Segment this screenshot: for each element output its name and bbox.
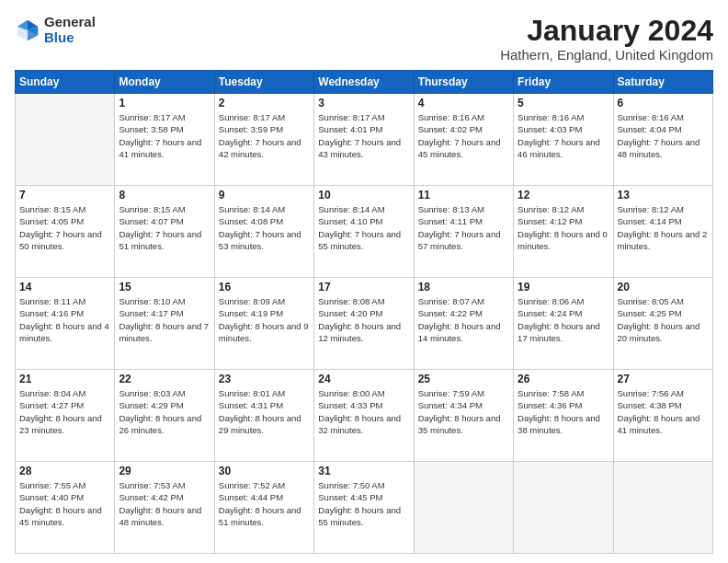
day-info: Sunrise: 8:00 AMSunset: 4:33 PMDaylight:… <box>318 387 409 436</box>
day-info: Sunrise: 8:05 AMSunset: 4:25 PMDaylight:… <box>618 295 709 344</box>
calendar-cell: 11Sunrise: 8:13 AMSunset: 4:11 PMDayligh… <box>414 186 513 278</box>
day-info: Sunrise: 8:14 AMSunset: 4:10 PMDaylight:… <box>318 203 409 252</box>
day-info: Sunrise: 8:14 AMSunset: 4:08 PMDaylight:… <box>219 203 310 252</box>
calendar-table: Sunday Monday Tuesday Wednesday Thursday… <box>15 70 713 554</box>
col-monday: Monday <box>115 71 214 94</box>
calendar-header-row: Sunday Monday Tuesday Wednesday Thursday… <box>16 71 713 94</box>
day-number: 15 <box>119 281 210 293</box>
calendar-cell: 24Sunrise: 8:00 AMSunset: 4:33 PMDayligh… <box>314 370 414 462</box>
page: General Blue January 2024 Hathern, Engla… <box>0 0 728 563</box>
day-number: 11 <box>418 189 509 201</box>
calendar-cell: 13Sunrise: 8:12 AMSunset: 4:14 PMDayligh… <box>613 186 712 278</box>
day-number: 23 <box>219 373 310 385</box>
day-number: 17 <box>318 281 409 293</box>
day-number: 5 <box>518 97 609 109</box>
calendar-cell: 29Sunrise: 7:53 AMSunset: 4:42 PMDayligh… <box>115 462 214 554</box>
calendar-cell: 20Sunrise: 8:05 AMSunset: 4:25 PMDayligh… <box>613 278 712 370</box>
col-friday: Friday <box>514 71 613 94</box>
calendar-cell: 25Sunrise: 7:59 AMSunset: 4:34 PMDayligh… <box>414 370 513 462</box>
day-number: 6 <box>618 97 709 109</box>
calendar-cell: 12Sunrise: 8:12 AMSunset: 4:12 PMDayligh… <box>514 186 613 278</box>
calendar-cell: 15Sunrise: 8:10 AMSunset: 4:17 PMDayligh… <box>115 278 214 370</box>
calendar-week-row: 1Sunrise: 8:17 AMSunset: 3:58 PMDaylight… <box>16 94 713 186</box>
day-info: Sunrise: 7:59 AMSunset: 4:34 PMDaylight:… <box>418 387 509 436</box>
day-number: 4 <box>418 97 509 109</box>
day-info: Sunrise: 8:13 AMSunset: 4:11 PMDaylight:… <box>418 203 509 252</box>
day-number: 18 <box>418 281 509 293</box>
day-info: Sunrise: 7:53 AMSunset: 4:42 PMDaylight:… <box>119 479 210 528</box>
day-info: Sunrise: 8:15 AMSunset: 4:05 PMDaylight:… <box>19 203 110 252</box>
calendar-cell <box>414 462 513 554</box>
day-info: Sunrise: 7:55 AMSunset: 4:40 PMDaylight:… <box>19 479 110 528</box>
calendar-week-row: 14Sunrise: 8:11 AMSunset: 4:16 PMDayligh… <box>16 278 713 370</box>
day-info: Sunrise: 8:08 AMSunset: 4:20 PMDaylight:… <box>318 295 409 344</box>
day-info: Sunrise: 8:16 AMSunset: 4:02 PMDaylight:… <box>418 111 509 160</box>
calendar-cell: 1Sunrise: 8:17 AMSunset: 3:58 PMDaylight… <box>115 94 214 186</box>
calendar-cell: 10Sunrise: 8:14 AMSunset: 4:10 PMDayligh… <box>314 186 414 278</box>
calendar-cell: 16Sunrise: 8:09 AMSunset: 4:19 PMDayligh… <box>214 278 313 370</box>
calendar-cell: 8Sunrise: 8:15 AMSunset: 4:07 PMDaylight… <box>115 186 214 278</box>
day-number: 16 <box>219 281 310 293</box>
day-info: Sunrise: 8:16 AMSunset: 4:03 PMDaylight:… <box>518 111 609 160</box>
calendar-cell: 9Sunrise: 8:14 AMSunset: 4:08 PMDaylight… <box>214 186 313 278</box>
month-title: January 2024 <box>500 15 713 47</box>
calendar-week-row: 7Sunrise: 8:15 AMSunset: 4:05 PMDaylight… <box>16 186 713 278</box>
calendar-cell: 6Sunrise: 8:16 AMSunset: 4:04 PMDaylight… <box>613 94 712 186</box>
calendar-cell: 17Sunrise: 8:08 AMSunset: 4:20 PMDayligh… <box>314 278 414 370</box>
calendar-cell: 18Sunrise: 8:07 AMSunset: 4:22 PMDayligh… <box>414 278 513 370</box>
day-number: 14 <box>19 281 110 293</box>
header: General Blue January 2024 Hathern, Engla… <box>15 15 713 63</box>
day-info: Sunrise: 7:58 AMSunset: 4:36 PMDaylight:… <box>518 387 609 436</box>
col-wednesday: Wednesday <box>314 71 414 94</box>
calendar-cell: 7Sunrise: 8:15 AMSunset: 4:05 PMDaylight… <box>16 186 115 278</box>
day-info: Sunrise: 8:07 AMSunset: 4:22 PMDaylight:… <box>418 295 509 344</box>
calendar-cell <box>514 462 613 554</box>
col-saturday: Saturday <box>613 71 712 94</box>
day-number: 25 <box>418 373 509 385</box>
day-number: 22 <box>119 373 210 385</box>
calendar-week-row: 21Sunrise: 8:04 AMSunset: 4:27 PMDayligh… <box>16 370 713 462</box>
day-number: 2 <box>219 97 310 109</box>
day-info: Sunrise: 8:17 AMSunset: 3:58 PMDaylight:… <box>119 111 210 160</box>
day-number: 8 <box>119 189 210 201</box>
day-info: Sunrise: 8:12 AMSunset: 4:12 PMDaylight:… <box>518 203 609 252</box>
day-number: 29 <box>119 465 210 477</box>
day-info: Sunrise: 8:17 AMSunset: 3:59 PMDaylight:… <box>219 111 310 160</box>
calendar-cell: 21Sunrise: 8:04 AMSunset: 4:27 PMDayligh… <box>16 370 115 462</box>
day-number: 24 <box>318 373 409 385</box>
day-number: 13 <box>618 189 709 201</box>
day-info: Sunrise: 8:12 AMSunset: 4:14 PMDaylight:… <box>618 203 709 252</box>
calendar-cell <box>16 94 115 186</box>
calendar-cell: 14Sunrise: 8:11 AMSunset: 4:16 PMDayligh… <box>16 278 115 370</box>
day-info: Sunrise: 7:52 AMSunset: 4:44 PMDaylight:… <box>219 479 310 528</box>
calendar-cell: 23Sunrise: 8:01 AMSunset: 4:31 PMDayligh… <box>214 370 313 462</box>
calendar-cell: 19Sunrise: 8:06 AMSunset: 4:24 PMDayligh… <box>514 278 613 370</box>
day-info: Sunrise: 8:04 AMSunset: 4:27 PMDaylight:… <box>19 387 110 436</box>
day-number: 9 <box>219 189 310 201</box>
calendar-cell: 3Sunrise: 8:17 AMSunset: 4:01 PMDaylight… <box>314 94 414 186</box>
calendar-cell: 27Sunrise: 7:56 AMSunset: 4:38 PMDayligh… <box>613 370 712 462</box>
day-info: Sunrise: 8:10 AMSunset: 4:17 PMDaylight:… <box>119 295 210 344</box>
day-number: 19 <box>518 281 609 293</box>
calendar-cell: 2Sunrise: 8:17 AMSunset: 3:59 PMDaylight… <box>214 94 313 186</box>
day-info: Sunrise: 8:17 AMSunset: 4:01 PMDaylight:… <box>318 111 409 160</box>
day-info: Sunrise: 8:03 AMSunset: 4:29 PMDaylight:… <box>119 387 210 436</box>
day-number: 7 <box>19 189 110 201</box>
calendar-cell: 4Sunrise: 8:16 AMSunset: 4:02 PMDaylight… <box>414 94 513 186</box>
day-number: 30 <box>219 465 310 477</box>
location: Hathern, England, United Kingdom <box>500 47 713 63</box>
day-number: 26 <box>518 373 609 385</box>
calendar-cell: 30Sunrise: 7:52 AMSunset: 4:44 PMDayligh… <box>214 462 313 554</box>
day-number: 3 <box>318 97 409 109</box>
logo-blue-text: Blue <box>44 30 96 46</box>
day-number: 21 <box>19 373 110 385</box>
day-number: 10 <box>318 189 409 201</box>
day-info: Sunrise: 7:56 AMSunset: 4:38 PMDaylight:… <box>618 387 709 436</box>
day-info: Sunrise: 8:16 AMSunset: 4:04 PMDaylight:… <box>618 111 709 160</box>
col-thursday: Thursday <box>414 71 513 94</box>
day-info: Sunrise: 8:06 AMSunset: 4:24 PMDaylight:… <box>518 295 609 344</box>
day-number: 28 <box>19 465 110 477</box>
title-block: January 2024 Hathern, England, United Ki… <box>500 15 713 63</box>
day-number: 20 <box>618 281 709 293</box>
col-tuesday: Tuesday <box>214 71 313 94</box>
